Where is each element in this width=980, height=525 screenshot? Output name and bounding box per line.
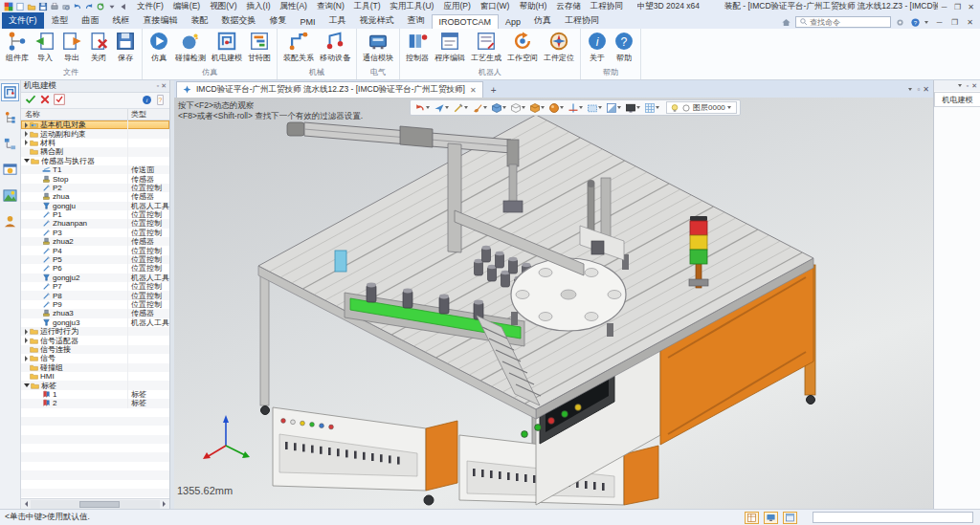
status-input[interactable] [813, 512, 973, 523]
ribbon-tab-工具[interactable]: 工具 [323, 12, 353, 29]
window-settings-tab[interactable] [1, 161, 19, 179]
menu-视图V[interactable]: 视图(V) [205, 1, 241, 12]
save-file-button[interactable] [38, 2, 48, 11]
ribbon-button-控制器[interactable]: 控制器 [403, 30, 432, 67]
tree-row-信号[interactable]: 信号 [21, 354, 169, 362]
manager-tree-tab[interactable] [1, 109, 19, 127]
doc-restore-icon[interactable]: ❐ [948, 17, 961, 28]
ribbon-button-工艺生成[interactable]: 工艺生成 [468, 30, 504, 67]
collapse-button[interactable] [119, 2, 128, 11]
tree-row-P3[interactable]: P3位置控制 [21, 229, 169, 237]
menu-查询N[interactable]: 查询(N) [312, 1, 349, 12]
flowchart-tab[interactable] [1, 135, 19, 153]
print-button[interactable] [50, 2, 59, 11]
expander-icon[interactable] [25, 329, 28, 335]
restore-icon[interactable]: ❐ [951, 2, 964, 12]
ribbon-button-移动设备[interactable]: 移动设备 [317, 30, 353, 67]
user-tab[interactable] [1, 212, 19, 230]
dropdown-caret-icon[interactable] [483, 106, 487, 109]
tree-row-信号连接[interactable]: 信号连接 [21, 345, 169, 354]
ribbon-button-关闭[interactable]: 关闭 [85, 30, 112, 67]
tree-row-材料[interactable]: 材料 [21, 139, 169, 147]
ribbon-tab-IROBOTCAM[interactable]: IROBOTCAM [432, 14, 500, 29]
menu-插入I[interactable]: 插入(I) [242, 1, 276, 12]
ribbon-tab-修复[interactable]: 修复 [263, 12, 294, 29]
ribbon-tab-文件F[interactable]: 文件(F) [2, 12, 44, 29]
tree-row-T1[interactable]: T1传送面 [21, 165, 169, 174]
tree-row-zhua2[interactable]: zhua2传感器 [21, 237, 169, 246]
doc-min-icon[interactable]: ▫ [917, 85, 920, 94]
ribbon-button-碰撞检测[interactable]: 碰撞检测 [172, 30, 209, 67]
info-button[interactable]: i [142, 95, 152, 107]
gripper[interactable] [503, 201, 523, 212]
tree-row-运动副和约束[interactable]: 运动副和约束 [21, 129, 169, 138]
blue-part[interactable] [335, 251, 346, 272]
expander-icon[interactable] [25, 122, 28, 128]
view-grid-button[interactable] [643, 102, 662, 114]
control-cabinet-left[interactable] [273, 407, 457, 491]
tree-row-P6[interactable]: P6位置控制 [21, 264, 169, 273]
ribbon-button-通信模块[interactable]: 通信模块 [360, 30, 396, 67]
menu-实用工具U[interactable]: 实用工具(U) [386, 1, 439, 12]
menu-帮助H[interactable]: 帮助(H) [514, 1, 551, 12]
3d-viewport[interactable]: 按下<F2>动态的观察<F8>或者<Shift-roll> 查找下一个有效的过滤… [174, 98, 933, 509]
ribbon-button-程序编辑[interactable]: 程序编辑 [432, 30, 468, 67]
tree-row-碰撞组[interactable]: 碰撞组 [21, 363, 169, 372]
ribbon-button-工件定位[interactable]: 工件定位 [541, 30, 577, 67]
tree-row-基本机电对象[interactable]: 基本机电对象 [21, 120, 169, 129]
dock-caret-icon[interactable] [958, 84, 962, 87]
command-search-box[interactable] [795, 16, 891, 28]
undo-button[interactable] [73, 2, 82, 11]
close-icon[interactable]: ✕ [965, 2, 977, 12]
ribbon-tab-查询[interactable]: 查询 [401, 12, 432, 29]
view-undo-button[interactable] [413, 102, 433, 114]
dropdown-caret-icon[interactable] [636, 106, 640, 109]
tree-row-gongju3[interactable]: gongju3机器人工具 [21, 318, 169, 327]
ribbon-button-导入[interactable]: 导入 [32, 30, 58, 67]
ribbon-tab-曲面[interactable]: 曲面 [76, 12, 106, 29]
tree-row-传感器与执行器[interactable]: 传感器与执行器 [21, 157, 169, 165]
accept-check-button[interactable] [25, 94, 36, 107]
section-box-button[interactable] [586, 102, 605, 114]
axis-button[interactable] [567, 102, 586, 114]
ribbon-button-帮助[interactable]: ?帮助 [611, 30, 637, 67]
menu-工具T[interactable]: 工具(T) [349, 1, 386, 12]
minimize-icon[interactable]: ─ [938, 2, 950, 12]
search-input[interactable] [810, 18, 887, 27]
cube-colored-button[interactable] [528, 102, 547, 114]
dock-tab-mechatronics[interactable]: 机电建模 [934, 92, 980, 107]
gear-icon[interactable] [894, 17, 906, 28]
print-preview-button[interactable] [61, 2, 71, 11]
ribbon-button-甘特图[interactable]: 甘特图 [245, 30, 274, 67]
redo-button[interactable] [84, 2, 94, 11]
ribbon-tab-仿真[interactable]: 仿真 [527, 12, 558, 29]
tree-row-P7[interactable]: P7位置控制 [21, 282, 169, 291]
doc-close2-icon[interactable]: ✕ [923, 85, 929, 94]
dock-close-icon[interactable]: ✕ [971, 82, 977, 90]
view-sketch-button[interactable] [452, 102, 471, 114]
dropdown-caret-icon[interactable] [656, 106, 659, 109]
document-tab[interactable]: IMCD验证平台-广州工贸技师 流水线12.Z3 - [IMCD验证平台-广州工… [176, 81, 483, 98]
tree-row-标签[interactable]: 标签 [21, 381, 169, 389]
expander-icon[interactable] [24, 159, 30, 163]
ribbon-button-保存[interactable]: 保存 [112, 30, 139, 67]
zw3d-logo-button[interactable] [4, 2, 13, 11]
dock-pin-icon[interactable]: ▫ [967, 82, 969, 89]
ribbon-tab-App[interactable]: App [499, 15, 527, 29]
open-file-button[interactable] [27, 2, 36, 11]
layer-caret-icon[interactable] [727, 106, 731, 109]
tab-list-caret-icon[interactable] [908, 88, 912, 91]
cube-shaded-button[interactable] [490, 102, 509, 114]
ribbon-button-工作空间[interactable]: 工作空间 [504, 30, 541, 67]
ribbon-button-关于[interactable]: i关于 [584, 30, 611, 67]
menu-文件F[interactable]: 文件(F) [132, 1, 168, 12]
view-paint-button[interactable] [471, 102, 490, 114]
tree-row-P9[interactable]: P9位置控制 [21, 300, 169, 309]
cube-wireframe-button[interactable] [509, 102, 528, 114]
view-fly-button[interactable] [433, 102, 452, 114]
menu-云存储[interactable]: 云存储 [551, 1, 586, 12]
dropdown-caret-icon[interactable] [426, 106, 430, 109]
column-type[interactable]: 类型 [128, 109, 146, 120]
help-caret-icon[interactable] [924, 21, 928, 24]
tree-row-P2[interactable]: P2位置控制 [21, 184, 169, 192]
